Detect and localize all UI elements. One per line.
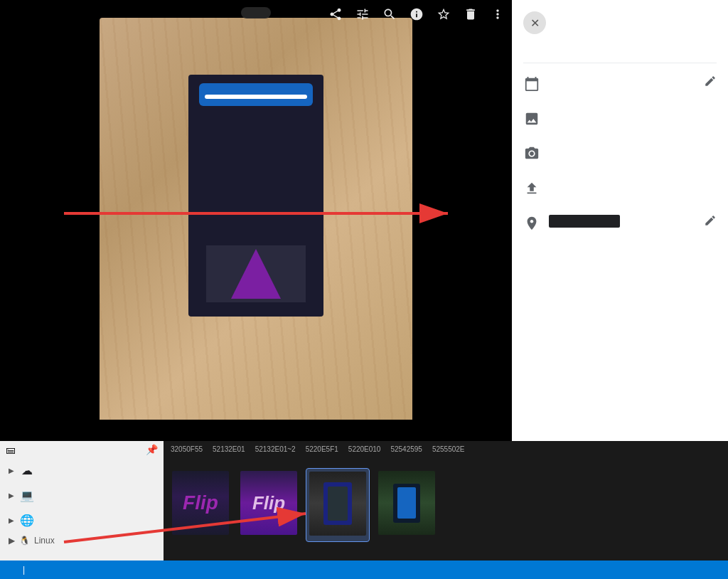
camera-detail-content [549, 144, 717, 146]
sidebar-item-network[interactable]: ▶ 🌐 [0, 508, 164, 533]
info-close-button[interactable]: ✕ [523, 11, 546, 34]
box-bottom [206, 245, 306, 302]
upload-icon [523, 181, 540, 200]
zoom-icon[interactable] [382, 7, 397, 25]
more-icon[interactable] [491, 7, 505, 25]
samsung-box [188, 75, 323, 317]
label-3: 52132E01~2 [251, 444, 300, 462]
info-header: ✕ [523, 11, 717, 34]
location-edit-icon[interactable] [704, 214, 717, 230]
onedrive-icon: ☁ [20, 464, 34, 477]
location-redacted [549, 215, 620, 228]
main-image [100, 18, 412, 437]
file-thumb-3[interactable] [306, 468, 370, 542]
sidebar-item-onedrive[interactable]: ▶ ☁ [0, 458, 164, 483]
purple-shape [231, 249, 281, 299]
flip-logo-1: Flip [183, 492, 218, 514]
calendar-icon [523, 76, 540, 95]
expand-icon-pc: ▶ [9, 492, 14, 499]
phone-shape-3 [323, 482, 352, 525]
expand-icon-linux: ▶ [9, 536, 15, 546]
info-panel: ✕ [512, 0, 728, 441]
phone-shape-4 [393, 484, 420, 523]
image-file-icon [523, 111, 540, 130]
expand-icon-net: ▶ [9, 516, 14, 524]
flip-logo-2: Flip [252, 492, 285, 514]
date-detail-content [549, 75, 695, 76]
sliders-icon[interactable] [355, 7, 370, 25]
info-icon[interactable] [410, 7, 424, 25]
label-1: 32050F55 [166, 444, 207, 462]
thispc-icon: 💻 [20, 489, 34, 502]
thumb-img-2: Flip [240, 471, 297, 535]
date-edit-icon[interactable] [704, 75, 717, 91]
location-icon [523, 216, 540, 235]
camera-icon [523, 146, 540, 165]
label-7: 5255502E [428, 444, 469, 462]
thumb-preview-2: Flip [240, 471, 297, 535]
thumb-preview-4 [378, 471, 435, 535]
info-description-field[interactable] [523, 48, 717, 63]
dark-strip [0, 420, 512, 441]
label-2: 52132E01 [208, 444, 250, 462]
drive-icon: 🖴 [6, 444, 16, 455]
network-icon: 🌐 [20, 514, 34, 527]
phone-screen-4 [397, 487, 416, 519]
upload-detail-row [523, 179, 717, 200]
camera-detail-row [523, 144, 717, 165]
location-detail-row [523, 214, 717, 235]
copy-text-toolbar[interactable] [241, 7, 271, 18]
thumb-preview-1: Flip [172, 471, 229, 535]
file-thumb-1[interactable]: Flip [169, 468, 232, 541]
share-icon[interactable] [328, 7, 343, 25]
thumbnail-labels-row: 32050F55 52132E01 52132E01~2 5220E5F1 52… [164, 441, 728, 462]
date-detail-row [523, 75, 717, 95]
code-text [205, 95, 307, 99]
expand-icon: ▶ [9, 467, 14, 474]
file-grid-area: 32050F55 52132E01 52132E01~2 5220E5F1 52… [164, 441, 728, 579]
location-detail-content [549, 214, 695, 228]
thumb-preview-3 [309, 472, 366, 536]
thumb-img-4 [378, 471, 435, 535]
pin-icon: 📌 [146, 444, 158, 455]
file-detail-content [549, 110, 717, 111]
file-thumb-4[interactable] [375, 468, 438, 541]
sidebar-item-linux[interactable]: ▶ 🐧 Linux [0, 533, 164, 548]
samsung-label [199, 83, 313, 106]
linux-label: Linux [34, 536, 55, 546]
phone-screen-3 [328, 487, 348, 521]
selected-info: | [23, 565, 25, 575]
sidebar-panel: 🖴 📌 ▶ ☁ ▶ 💻 ▶ 🌐 ▶ 🐧 Linux [0, 441, 164, 579]
top-icons-bar [328, 7, 505, 25]
sidebar-item-thispc[interactable]: ▶ 💻 [0, 483, 164, 508]
file-detail-row [523, 110, 717, 130]
google-drive-item[interactable]: 🖴 📌 [0, 441, 164, 458]
status-bar: | [0, 561, 728, 579]
trash-icon[interactable] [464, 7, 478, 25]
star-icon[interactable] [437, 7, 451, 25]
label-5: 5220E010 [344, 444, 385, 462]
label-6: 52542595 [386, 444, 427, 462]
upload-detail-content [549, 179, 717, 181]
file-explorer: 🖴 📌 ▶ ☁ ▶ 💻 ▶ 🌐 ▶ 🐧 Linux 32050F [0, 441, 728, 579]
linux-icon: 🐧 [19, 536, 30, 546]
label-4: 5220E5F1 [301, 444, 343, 462]
file-thumb-2[interactable]: Flip [237, 468, 300, 541]
photo-background [100, 18, 412, 437]
thumb-img-3 [309, 472, 366, 536]
image-viewer [0, 0, 512, 441]
thumb-img-1: Flip [172, 471, 229, 535]
